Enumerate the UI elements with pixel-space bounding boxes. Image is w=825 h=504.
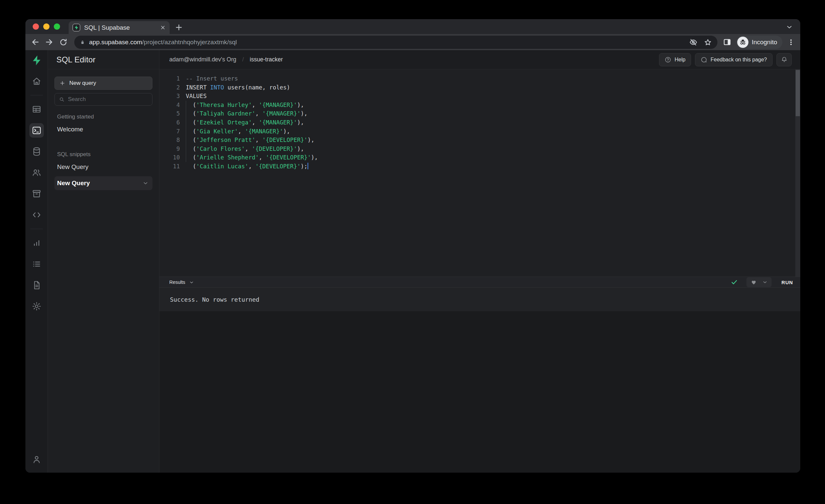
favorite-chevron-icon[interactable] [762, 280, 768, 285]
search-box[interactable] [55, 93, 152, 105]
eye-slash-icon[interactable] [689, 38, 698, 47]
breadcrumb-org[interactable]: adam@windmill.dev's Org [169, 56, 236, 63]
rail-account-button[interactable] [29, 452, 44, 467]
rail-edge-functions-button[interactable] [29, 208, 44, 222]
heart-icon[interactable] [750, 279, 757, 286]
text-cursor [308, 163, 308, 169]
rail-logs-button[interactable] [29, 257, 44, 271]
supabase-logo-icon[interactable] [31, 55, 42, 66]
help-button[interactable]: Help [659, 53, 691, 66]
search-icon [59, 96, 65, 102]
code-text: ('Ezekiel Ortega', '{MANAGER}'), [186, 118, 304, 127]
rail-authentication-button[interactable] [29, 165, 44, 180]
chevron-down-icon[interactable] [143, 180, 149, 186]
code-line[interactable]: 8 ('Jefferson Pratt', '{DEVELOPER}'), [159, 136, 800, 145]
code-line[interactable]: 11 ('Caitlin Lucas', '{DEVELOPER}'); [159, 162, 800, 171]
help-question-icon [665, 57, 671, 63]
page-title: SQL Editor [57, 55, 96, 64]
code-line[interactable]: 4 ('Theresa Hurley', '{MANAGER}'), [159, 101, 800, 110]
snippets-panel: SQL Editor New query Getting started Wel… [48, 50, 159, 473]
browser-tab[interactable]: SQL | Supabase [69, 21, 170, 34]
line-number: 1 [159, 74, 180, 83]
browser-toolbar: app.supabase.com/project/azahtnhqohyjerz… [25, 34, 800, 50]
results-chevron-icon[interactable] [189, 280, 194, 285]
table-editor-icon [32, 104, 42, 114]
breadcrumb-project[interactable]: issue-tracker [250, 56, 283, 63]
success-check-icon [731, 279, 738, 286]
supabase-app: SQL Editor New query Getting started Wel… [25, 50, 800, 473]
incognito-badge[interactable]: Incognito [736, 35, 782, 49]
results-dropdown-label[interactable]: Results [169, 280, 185, 285]
code-line[interactable]: 10 ('Arielle Shepherd', '{DEVELOPER}'), [159, 153, 800, 162]
plus-icon [59, 80, 65, 86]
scrollbar-thumb[interactable] [796, 70, 800, 116]
new-query-button[interactable]: New query [55, 77, 152, 90]
browser-titlebar: SQL | Supabase [25, 19, 800, 34]
side-panel-icon[interactable] [723, 38, 732, 47]
line-number: 2 [159, 83, 180, 92]
sidebar-item-new-query-active[interactable]: New Query [55, 176, 152, 190]
window-controls [33, 23, 60, 30]
help-button-label: Help [675, 57, 685, 63]
back-button[interactable] [31, 38, 40, 47]
code-text: -- Insert users [186, 74, 238, 83]
editor-scrollbar[interactable] [795, 69, 800, 277]
new-tab-button[interactable] [174, 23, 183, 32]
close-window-button[interactable] [33, 23, 39, 30]
code-lines: 1-- Insert users2INSERT INTO users(name,… [159, 74, 800, 171]
rail-reports-button[interactable] [29, 236, 44, 250]
code-line[interactable]: 9 ('Carlo Flores', '{DEVELOPER}'), [159, 145, 800, 153]
notifications-button[interactable] [776, 53, 792, 66]
authentication-users-icon [32, 168, 42, 177]
bookmark-star-icon[interactable] [703, 38, 712, 47]
sidebar-item-label: New Query [57, 179, 90, 187]
rail-database-button[interactable] [29, 144, 44, 159]
code-line[interactable]: 3VALUES [159, 92, 800, 101]
logs-list-icon [32, 259, 42, 269]
tab-close-icon[interactable] [160, 25, 166, 30]
browser-menu-icon[interactable] [787, 38, 795, 46]
line-number: 10 [159, 153, 180, 162]
sql-code-editor[interactable]: 1-- Insert users2INSERT INTO users(name,… [159, 69, 800, 277]
empty-region [159, 311, 800, 473]
supabase-favicon-icon [73, 24, 80, 31]
tab-search-chevron-icon[interactable] [786, 23, 793, 31]
reload-button[interactable] [59, 38, 68, 47]
line-number: 8 [159, 136, 180, 145]
run-button[interactable]: RUN [781, 280, 793, 285]
browser-window: SQL | Supabase app.supabase.com/project/… [25, 19, 800, 473]
code-line[interactable]: 2INSERT INTO users(name, roles) [159, 83, 800, 92]
rail-storage-button[interactable] [29, 187, 44, 201]
sidebar-item-welcome[interactable]: Welcome [55, 123, 152, 136]
search-input[interactable] [68, 96, 148, 103]
minimize-window-button[interactable] [43, 23, 50, 30]
forward-button[interactable] [45, 38, 54, 47]
code-line[interactable]: 6 ('Ezekiel Ortega', '{MANAGER}'), [159, 118, 800, 127]
line-number: 9 [159, 145, 180, 153]
code-text: ('Arielle Shepherd', '{DEVELOPER}'), [186, 153, 318, 162]
results-bar: Results RUN [159, 277, 800, 288]
rail-home-button[interactable] [29, 74, 44, 88]
feedback-button-label: Feedback on this page? [710, 57, 767, 63]
code-line[interactable]: 7 ('Gia Keller', '{MANAGER}'), [159, 127, 800, 136]
code-line[interactable]: 1-- Insert users [159, 74, 800, 83]
code-line[interactable]: 5 ('Taliyah Gardner', '{MANAGER}'), [159, 109, 800, 118]
edge-functions-code-icon [32, 210, 42, 220]
sidebar-rail [25, 50, 48, 473]
sidebar-item-new-query[interactable]: New Query [55, 160, 152, 173]
line-number: 3 [159, 92, 180, 101]
favorite-button-group[interactable] [746, 277, 771, 287]
feedback-button[interactable]: Feedback on this page? [695, 53, 772, 66]
code-text: INSERT INTO users(name, roles) [186, 83, 290, 92]
zoom-window-button[interactable] [54, 23, 60, 30]
status-message: Success. No rows returned [170, 296, 259, 303]
rail-settings-button[interactable] [29, 299, 44, 313]
incognito-label: Incognito [752, 39, 777, 46]
rail-docs-button[interactable] [29, 278, 44, 292]
rail-table-editor-button[interactable] [29, 102, 44, 117]
line-number: 11 [159, 162, 180, 171]
line-number: 7 [159, 127, 180, 136]
rail-sql-editor-button[interactable] [29, 123, 44, 138]
settings-gear-icon [32, 301, 42, 311]
url-bar[interactable]: app.supabase.com/project/azahtnhqohyjerz… [74, 35, 718, 49]
